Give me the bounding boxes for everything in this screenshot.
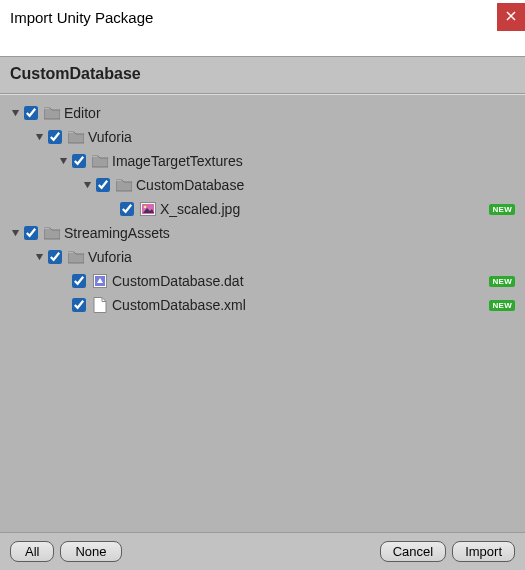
expander-icon[interactable]: [32, 130, 46, 144]
folder-icon: [68, 129, 84, 145]
include-checkbox[interactable]: [24, 226, 38, 240]
tree-row-customdb[interactable]: CustomDatabase: [4, 173, 521, 197]
svg-point-8: [144, 206, 147, 209]
expander-icon[interactable]: [32, 250, 46, 264]
expander-icon[interactable]: [56, 154, 70, 168]
svg-marker-5: [83, 181, 90, 187]
tree-row-streamingassets[interactable]: StreamingAssets: [4, 221, 521, 245]
folder-icon: [44, 105, 60, 121]
tree-area[interactable]: EditorVuforiaImageTargetTexturesCustomDa…: [0, 94, 525, 532]
expander-icon[interactable]: [8, 106, 22, 120]
svg-marker-10: [35, 253, 42, 259]
tree-item-label: Editor: [64, 105, 101, 121]
close-icon: [506, 10, 516, 24]
package-header: CustomDatabase: [0, 57, 525, 94]
svg-marker-4: [59, 157, 66, 163]
folder-icon: [116, 177, 132, 193]
tree-item-label: CustomDatabase: [136, 177, 244, 193]
include-checkbox[interactable]: [24, 106, 38, 120]
tree-item-label: ImageTargetTextures: [112, 153, 243, 169]
scene-icon: [92, 273, 108, 289]
svg-marker-9: [11, 229, 18, 235]
tree-item-label: Vuforia: [88, 249, 132, 265]
tree-row-imagetargets[interactable]: ImageTargetTextures: [4, 149, 521, 173]
tree-item-label: X_scaled.jpg: [160, 201, 240, 217]
footer-bar: All None Cancel Import: [0, 532, 525, 570]
include-checkbox[interactable]: [120, 202, 134, 216]
tree-row-vuforia1[interactable]: Vuforia: [4, 125, 521, 149]
include-checkbox[interactable]: [72, 298, 86, 312]
svg-marker-3: [35, 133, 42, 139]
titlebar: Import Unity Package: [0, 0, 525, 34]
all-button[interactable]: All: [10, 541, 54, 562]
new-badge: NEW: [489, 204, 515, 215]
tree-row-xscaled[interactable]: X_scaled.jpgNEW: [4, 197, 521, 221]
tree-item-label: CustomDatabase.dat: [112, 273, 244, 289]
tree-item-label: Vuforia: [88, 129, 132, 145]
titlebar-spacer: [0, 34, 525, 56]
folder-icon: [44, 225, 60, 241]
folder-icon: [92, 153, 108, 169]
window-title: Import Unity Package: [10, 9, 497, 26]
expander-icon[interactable]: [80, 178, 94, 192]
new-badge: NEW: [489, 300, 515, 311]
include-checkbox[interactable]: [72, 154, 86, 168]
expander-icon[interactable]: [8, 226, 22, 240]
import-package-window: Import Unity Package CustomDatabase Edit…: [0, 0, 525, 570]
dialog-body: CustomDatabase EditorVuforiaImageTargetT…: [0, 56, 525, 570]
tree-row-vuforia2[interactable]: Vuforia: [4, 245, 521, 269]
doc-icon: [92, 297, 108, 313]
include-checkbox[interactable]: [96, 178, 110, 192]
tree-item-label: CustomDatabase.xml: [112, 297, 246, 313]
new-badge: NEW: [489, 276, 515, 287]
image-icon: [140, 201, 156, 217]
tree-item-label: StreamingAssets: [64, 225, 170, 241]
package-name: CustomDatabase: [10, 65, 141, 82]
cancel-button[interactable]: Cancel: [380, 541, 446, 562]
include-checkbox[interactable]: [48, 130, 62, 144]
import-button[interactable]: Import: [452, 541, 515, 562]
tree-row-customdbxml[interactable]: CustomDatabase.xmlNEW: [4, 293, 521, 317]
include-checkbox[interactable]: [72, 274, 86, 288]
none-button[interactable]: None: [60, 541, 121, 562]
tree-row-editor[interactable]: Editor: [4, 101, 521, 125]
close-button[interactable]: [497, 3, 525, 31]
include-checkbox[interactable]: [48, 250, 62, 264]
tree-row-customdbdat[interactable]: CustomDatabase.datNEW: [4, 269, 521, 293]
svg-marker-2: [11, 109, 18, 115]
folder-icon: [68, 249, 84, 265]
